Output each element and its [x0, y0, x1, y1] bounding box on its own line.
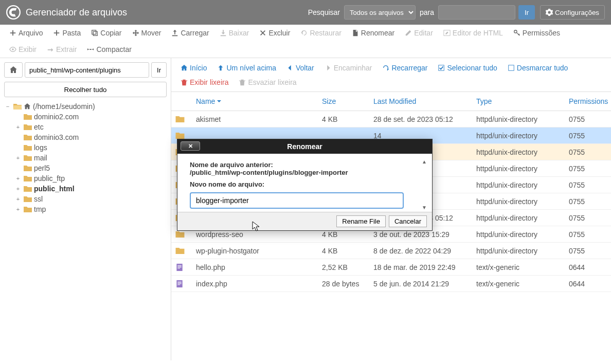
- ct-empty-trash-button: Esvaziar lixeira: [233, 75, 301, 89]
- collapse-icon[interactable]: −: [4, 103, 11, 110]
- dialog-close-button[interactable]: ✕: [181, 141, 200, 151]
- row-type: httpd/unix-directory: [472, 226, 565, 243]
- tree-root[interactable]: − (/home1/seudomin): [4, 101, 167, 112]
- move-button[interactable]: Mover: [127, 25, 167, 41]
- rename-button[interactable]: Renomear: [347, 25, 400, 41]
- ct-home-button[interactable]: Início: [175, 61, 212, 75]
- expand-icon[interactable]: +: [14, 206, 22, 212]
- ct-up-button[interactable]: Um nível acima: [212, 61, 281, 75]
- row-icon-cell[interactable]: [171, 243, 192, 259]
- extract-icon: [47, 46, 54, 53]
- expand-icon[interactable]: +: [14, 124, 22, 130]
- dialog-title: Renomear: [287, 142, 322, 151]
- new-name-input[interactable]: [190, 192, 404, 209]
- expand-icon[interactable]: +: [14, 196, 22, 202]
- row-icon-cell[interactable]: [171, 276, 192, 292]
- th-name[interactable]: Name: [192, 92, 318, 111]
- check-square-icon: [438, 64, 445, 71]
- new-folder-button[interactable]: Pasta: [48, 25, 86, 41]
- expand-icon[interactable]: +: [14, 155, 22, 161]
- document-icon: [175, 263, 185, 271]
- rename-file-button[interactable]: Rename File: [336, 215, 386, 227]
- x-icon: [259, 29, 266, 37]
- ct-forward-button: Encaminhar: [319, 61, 378, 75]
- scroll-up-icon[interactable]: ▲: [422, 159, 427, 165]
- th-size[interactable]: Size: [318, 92, 369, 111]
- compress-icon: [87, 46, 94, 53]
- row-perms: 0755: [565, 160, 611, 177]
- extract-button: Extrair: [42, 41, 82, 58]
- html-editor-button: Editor de HTML: [438, 25, 508, 41]
- folder-icon: [24, 124, 32, 131]
- pencil-icon: [405, 29, 412, 37]
- row-name[interactable]: index.php: [192, 276, 318, 292]
- row-icon-cell[interactable]: [171, 259, 192, 276]
- tree-node-label: dominio2.com: [34, 113, 79, 121]
- th-perms[interactable]: Permissions: [565, 92, 611, 111]
- ct-show-trash-button[interactable]: Exibir lixeira: [175, 75, 233, 89]
- new-file-button[interactable]: Arquivo: [4, 25, 48, 41]
- path-go-button[interactable]: Ir: [151, 62, 167, 78]
- row-name[interactable]: wp-plugin-hostgator: [192, 243, 318, 259]
- tree-node-label: tmp: [34, 205, 46, 213]
- settings-button[interactable]: Configurações: [540, 5, 605, 20]
- row-name[interactable]: hello.php: [192, 259, 318, 276]
- ct-reload-button[interactable]: Recarregar: [377, 61, 433, 75]
- row-perms: 0755: [565, 210, 611, 226]
- th-modified[interactable]: Last Modified: [369, 92, 472, 111]
- tree-node[interactable]: +public_html: [14, 184, 167, 194]
- tree-node[interactable]: +etc: [14, 122, 167, 132]
- compress-button[interactable]: Compactar: [82, 41, 136, 58]
- ct-select-all-button[interactable]: Selecionar tudo: [433, 61, 502, 75]
- tree-node[interactable]: dominio2.com: [14, 112, 167, 122]
- expand-icon[interactable]: +: [14, 186, 22, 192]
- row-perms: 0755: [565, 226, 611, 243]
- ct-deselect-all-button[interactable]: Desmarcar tudo: [502, 61, 573, 75]
- tree-node[interactable]: perl5: [14, 163, 167, 173]
- home-button[interactable]: [4, 62, 23, 78]
- row-icon-cell[interactable]: [171, 111, 192, 128]
- copy-button[interactable]: Copiar: [86, 25, 127, 41]
- ct-back-button[interactable]: Voltar: [281, 61, 319, 75]
- folder-open-icon: [13, 103, 22, 110]
- svg-rect-9: [177, 265, 182, 265]
- row-size: 4 KB: [318, 243, 369, 259]
- expand-icon[interactable]: +: [14, 175, 22, 181]
- scroll-down-icon[interactable]: ▼: [422, 205, 427, 210]
- old-path-text: /public_html/wp-content/plugins/blogger-…: [190, 169, 420, 176]
- home-icon: [9, 66, 17, 74]
- row-perms: 0755: [565, 243, 611, 259]
- th-icon[interactable]: [171, 92, 192, 111]
- th-type[interactable]: Type: [472, 92, 565, 111]
- path-input[interactable]: [25, 62, 149, 78]
- svg-rect-15: [177, 282, 182, 283]
- svg-point-0: [7, 6, 20, 19]
- upload-button[interactable]: Carregar: [166, 25, 214, 41]
- tree-node[interactable]: +tmp: [14, 204, 167, 214]
- trash-icon: [239, 79, 246, 86]
- search-input[interactable]: [438, 5, 515, 20]
- row-name[interactable]: akismet: [192, 111, 318, 128]
- key-icon: [513, 29, 520, 37]
- tree-root-label: (/home1/seudomin): [33, 102, 95, 111]
- tree-node[interactable]: dominio3.com: [14, 132, 167, 142]
- move-icon: [132, 29, 139, 37]
- tree-node[interactable]: +public_ftp: [14, 173, 167, 184]
- cpanel-logo-icon: [6, 5, 21, 20]
- search-go-button[interactable]: Ir: [518, 5, 535, 20]
- gear-icon: [546, 9, 553, 16]
- search-scope-select[interactable]: Todos os arquivos: [344, 5, 416, 20]
- permissions-button[interactable]: Permissões: [508, 25, 565, 41]
- old-name-label: Nome de arquivo anterior:: [190, 161, 420, 169]
- tree-node[interactable]: +ssl: [14, 194, 167, 204]
- collapse-all-button[interactable]: Recolher tudo: [4, 82, 167, 97]
- square-icon: [508, 64, 515, 71]
- delete-button[interactable]: Excluir: [254, 25, 295, 41]
- tree-node[interactable]: logs: [14, 142, 167, 153]
- arrow-up-icon: [217, 64, 224, 71]
- tree-node-label: mail: [34, 154, 47, 162]
- cancel-button[interactable]: Cancelar: [389, 215, 427, 227]
- folder-icon: [24, 165, 32, 172]
- upload-icon: [171, 29, 178, 37]
- tree-node[interactable]: +mail: [14, 153, 167, 163]
